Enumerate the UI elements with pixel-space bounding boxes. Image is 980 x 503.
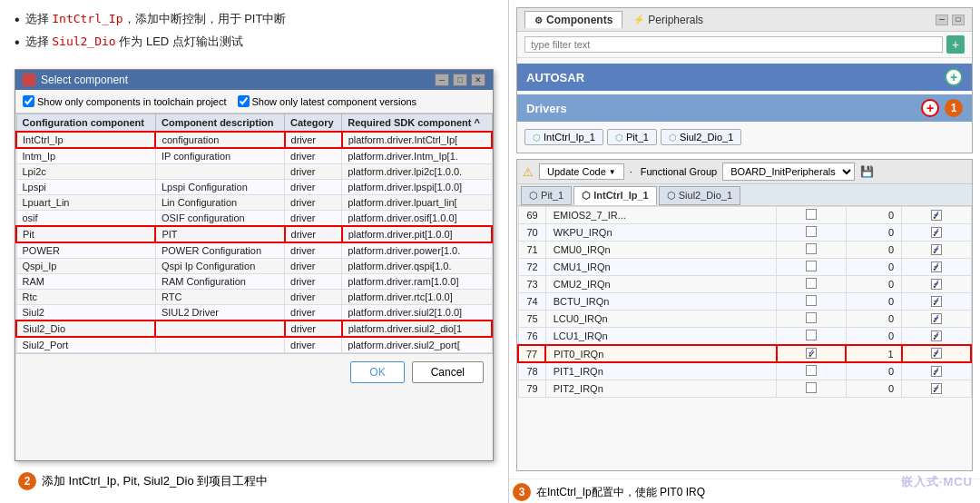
table-row[interactable]: RAM RAM Configuration driver platform.dr… (16, 274, 492, 290)
tab-pit1[interactable]: ⬡ Pit_1 (521, 186, 572, 205)
table-row[interactable]: Lpuart_Lin Lin Configuration driver plat… (16, 195, 492, 211)
cancel-button[interactable]: Cancel (412, 361, 484, 383)
table-row[interactable]: Siul2 SIUL2 Driver driver platform.drive… (16, 305, 492, 321)
irq-checkbox[interactable] (806, 295, 817, 306)
table-row[interactable]: IntCtrl_Ip configuration driver platform… (16, 132, 492, 148)
cell-desc: SIUL2 Driver (155, 305, 284, 321)
irq-enabled-checkbox[interactable]: ✓ (931, 261, 942, 272)
chip-siul2dio[interactable]: ⬡ Siul2_Dio_1 (661, 129, 741, 145)
irq-checkbox[interactable] (806, 226, 817, 237)
irq-table-row[interactable]: 76 LCU1_IRQn 0 ✓ (518, 328, 971, 346)
irq-check-cell[interactable]: ✓ (777, 345, 846, 362)
table-row[interactable]: Rtc RTC driver platform.driver.rtc[1.0.0… (16, 290, 492, 305)
checkbox-latest[interactable]: Show only latest component versions (238, 95, 417, 107)
maximize-button[interactable]: □ (453, 74, 467, 86)
irq-enabled-cell[interactable]: ✓ (902, 362, 971, 380)
irq-table-row[interactable]: 70 WKPU_IRQn 0 ✓ (518, 224, 971, 242)
cell-cat: driver (285, 180, 342, 195)
irq-num: 74 (518, 293, 545, 311)
irq-enabled-checkbox[interactable]: ✓ (931, 348, 942, 359)
irq-check-cell[interactable] (777, 293, 846, 311)
toolbar-save-icon[interactable]: 💾 (860, 165, 874, 178)
table-row[interactable]: Pit PIT driver platform.driver.pit[1.0.0… (16, 226, 492, 242)
irq-table-row[interactable]: 69 EMIOS2_7_IR... 0 ✓ (518, 207, 971, 224)
right-panel: ⚙ Components ⚡ Peripherals ─ □ (508, 0, 980, 503)
irq-enabled-cell[interactable]: ✓ (902, 207, 971, 224)
irq-table-row[interactable]: 74 BCTU_IRQn 0 ✓ (518, 293, 971, 311)
irq-enabled-cell[interactable]: ✓ (902, 293, 971, 311)
add-autosar-button[interactable]: + (945, 68, 963, 86)
irq-checkbox[interactable] (806, 312, 817, 323)
irq-enabled-cell[interactable]: ✓ (902, 311, 971, 328)
irq-enabled-cell[interactable]: ✓ (902, 259, 971, 276)
tab-intctrl-ip1[interactable]: ⬡ IntCtrl_Ip_1 (573, 186, 657, 205)
checkbox-toolchain[interactable]: Show only components in toolchain projec… (23, 95, 227, 107)
irq-enabled-checkbox[interactable]: ✓ (931, 383, 942, 394)
minimize-button[interactable]: ─ (435, 74, 449, 86)
table-row[interactable]: Intm_Ip IP configuration driver platform… (16, 148, 492, 164)
table-row[interactable]: Lpi2c driver platform.driver.lpi2c[1.0.0… (16, 164, 492, 180)
irq-enabled-cell[interactable]: ✓ (902, 224, 971, 242)
functional-group-select[interactable]: BOARD_InitPeripherals (722, 163, 855, 181)
table-row[interactable]: Siul2_Port driver platform.driver.siul2_… (16, 337, 492, 353)
irq-enabled-cell[interactable]: ✓ (902, 328, 971, 346)
table-row[interactable]: Siul2_Dio driver platform.driver.siul2_d… (16, 321, 492, 337)
irq-enabled-checkbox[interactable]: ✓ (931, 296, 942, 307)
irq-check-cell[interactable] (777, 362, 846, 380)
add-drivers-button[interactable]: + (921, 99, 939, 117)
irq-check-cell[interactable] (777, 380, 846, 398)
irq-table-row[interactable]: 72 CMU1_IRQn 0 ✓ (518, 259, 971, 276)
tab-components[interactable]: ⚙ Components (524, 11, 622, 28)
irq-enabled-checkbox[interactable]: ✓ (931, 227, 942, 238)
irq-checkbox[interactable] (806, 209, 817, 220)
irq-checkbox[interactable] (806, 278, 817, 289)
irq-check-cell[interactable] (777, 276, 846, 293)
irq-checkbox[interactable] (806, 382, 817, 393)
irq-check-cell[interactable] (777, 328, 846, 346)
irq-check-cell[interactable] (777, 207, 846, 224)
chip-intctrl[interactable]: ⬡ IntCtrl_Ip_1 (524, 129, 603, 145)
irq-check-cell[interactable] (777, 242, 846, 259)
ok-button[interactable]: OK (350, 361, 404, 383)
filter-input[interactable] (524, 36, 943, 53)
irq-checkbox[interactable] (806, 330, 817, 340)
update-code-button[interactable]: Update Code ▼ (539, 163, 624, 180)
tab-peripherals[interactable]: ⚡ Peripherals (624, 11, 712, 28)
irq-checkbox[interactable] (806, 243, 817, 254)
irq-enabled-cell[interactable]: ✓ (902, 242, 971, 259)
table-row[interactable]: Qspi_Ip Qspi Ip Configuration driver pla… (16, 259, 492, 274)
tab-peripherals-label: Peripherals (648, 14, 703, 26)
irq-check-cell[interactable] (777, 224, 846, 242)
chip-pit[interactable]: ⬡ Pit_1 (607, 129, 657, 145)
add-component-button[interactable]: + (946, 35, 965, 54)
irq-checkbox[interactable] (806, 365, 817, 376)
irq-enabled-checkbox[interactable]: ✓ (931, 313, 942, 324)
irq-enabled-checkbox[interactable]: ✓ (931, 244, 942, 255)
irq-table-row[interactable]: 77 PIT0_IRQn ✓ 1 ✓ (518, 345, 971, 362)
panel-maximize-btn[interactable]: □ (952, 15, 965, 25)
irq-checkbox[interactable] (806, 261, 817, 271)
table-row[interactable]: Lpspi Lpspi Configuration driver platfor… (16, 180, 492, 195)
panel-minimize-btn[interactable]: ─ (936, 15, 948, 25)
irq-enabled-checkbox[interactable]: ✓ (931, 330, 942, 341)
close-button[interactable]: ✕ (471, 74, 485, 86)
irq-enabled-checkbox[interactable]: ✓ (931, 279, 942, 290)
irq-check-cell[interactable] (777, 311, 846, 328)
irq-table-row[interactable]: 71 CMU0_IRQn 0 ✓ (518, 242, 971, 259)
irq-table-row[interactable]: 73 CMU2_IRQn 0 ✓ (518, 276, 971, 293)
irq-checkbox[interactable]: ✓ (806, 348, 817, 359)
chip-icon-siul2: ⬡ (669, 133, 677, 143)
irq-enabled-cell[interactable]: ✓ (902, 345, 971, 362)
table-row[interactable]: POWER POWER Configuration driver platfor… (16, 242, 492, 259)
irq-table-row[interactable]: 78 PIT1_IRQn 0 ✓ (518, 362, 971, 380)
irq-enabled-cell[interactable]: ✓ (902, 276, 971, 293)
irq-table-row[interactable]: 79 PIT2_IRQn 0 ✓ (518, 380, 971, 398)
irq-enabled-checkbox[interactable]: ✓ (931, 366, 942, 377)
irq-check-cell[interactable] (777, 259, 846, 276)
irq-enabled-checkbox[interactable]: ✓ (931, 210, 942, 221)
cell-sdk: platform.driver.power[1.0. (342, 242, 492, 259)
irq-enabled-cell[interactable]: ✓ (902, 380, 971, 398)
table-row[interactable]: osif OSIF configuration driver platform.… (16, 211, 492, 227)
tab-siul2-dio1[interactable]: ⬡ Siul2_Dio_1 (659, 186, 740, 205)
irq-table-row[interactable]: 75 LCU0_IRQn 0 ✓ (518, 311, 971, 328)
